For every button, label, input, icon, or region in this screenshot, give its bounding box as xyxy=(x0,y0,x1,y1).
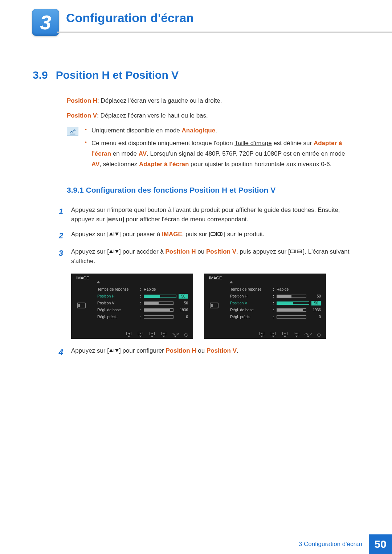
step-2: 2 Appuyez sur [] pour passer à IMAGE, pu… xyxy=(54,230,353,242)
osd-row: Position H : 50 xyxy=(97,293,188,300)
position-v-label: Position V xyxy=(67,112,97,119)
osd-row-label: Régl. de base xyxy=(97,308,140,312)
svg-rect-1 xyxy=(114,232,114,236)
source-enter-icon xyxy=(290,247,303,257)
osd-panel-left: IMAGE Temps de réponse : Rapide Position… xyxy=(71,274,193,339)
step-3: 3 Appuyez sur [] pour accéder à Position… xyxy=(54,247,353,266)
link-taille-image[interactable]: Taille d'image xyxy=(234,140,271,147)
note-icon xyxy=(67,127,78,136)
note-list: Uniquement disponible en mode Analogique… xyxy=(85,126,353,172)
position-v-text: : Déplacez l'écran vers le haut ou le ba… xyxy=(97,112,208,119)
osd-row-label: Position V xyxy=(230,301,273,305)
osd-row-label: Position V xyxy=(97,301,140,305)
osd-up-arrow-icon xyxy=(97,281,100,283)
osd-row: Position H : 50 xyxy=(230,293,321,300)
osd-row-value: Rapide xyxy=(277,287,289,291)
osd-row-value: Rapide xyxy=(144,287,156,291)
svg-rect-9 xyxy=(290,250,295,253)
osd-power-icon xyxy=(184,333,188,337)
up-down-icon xyxy=(109,346,119,356)
chapter-title: Configuration d'écran xyxy=(66,11,392,25)
osd-row-label: Régl. précis xyxy=(97,315,140,319)
osd-row: Régl. précis : 0 xyxy=(230,313,321,320)
position-h-text: : Déplacez l'écran vers la gauche ou la … xyxy=(97,97,222,104)
step-1: 1 Appuyez sur n'importe quel bouton à l'… xyxy=(54,205,353,225)
osd-bottom-bar: ◂ − + ↵ AUTO xyxy=(71,331,193,339)
osd-row: Temps de réponse : Rapide xyxy=(97,286,188,293)
osd-row: Temps de réponse : Rapide xyxy=(230,286,321,293)
osd-slider xyxy=(277,315,306,319)
osd-back-icon: ◂ xyxy=(126,332,131,337)
steps-list: 1 Appuyez sur n'importe quel bouton à l'… xyxy=(54,205,353,266)
svg-marker-8 xyxy=(115,250,119,253)
footer-page-number: 50 xyxy=(369,534,392,554)
svg-marker-12 xyxy=(109,349,113,352)
note-block: Uniquement disponible en mode Analogique… xyxy=(67,126,353,172)
chapter-title-bar: Configuration d'écran xyxy=(57,11,392,33)
osd-row-value: 1936 xyxy=(176,308,188,312)
osd-screenshots: IMAGE Temps de réponse : Rapide Position… xyxy=(71,274,353,339)
section-number: 3.9 xyxy=(33,69,48,81)
position-v-desc: Position V: Déplacez l'écran vers le hau… xyxy=(67,111,353,120)
up-down-icon xyxy=(109,230,119,239)
intro-block: Position H: Déplacez l'écran vers la gau… xyxy=(67,96,353,120)
osd-row-label: Temps de réponse xyxy=(230,287,273,291)
svg-rect-4 xyxy=(216,232,217,236)
osd-up-arrow-icon xyxy=(229,281,233,283)
osd-menu-icon xyxy=(210,303,219,308)
osd-slider xyxy=(277,301,309,305)
osd-slider xyxy=(277,295,306,298)
svg-marker-14 xyxy=(115,349,119,352)
step-number: 4 xyxy=(54,346,63,358)
osd-row: Régl. de base : 1936 xyxy=(230,307,321,313)
osd-panel-right: IMAGE Temps de réponse : Rapide Position… xyxy=(204,274,326,339)
step-number: 2 xyxy=(54,230,63,242)
osd-row-label: Temps de réponse xyxy=(97,287,140,291)
page-footer: 3 Configuration d'écran 50 xyxy=(0,534,392,554)
osd-row-value: 50 xyxy=(176,301,188,305)
menu-key-label: MENU xyxy=(108,217,122,222)
chapter-number-tab: 3 xyxy=(32,9,59,36)
position-h-label: Position H xyxy=(67,97,97,104)
step-number: 1 xyxy=(54,205,63,225)
osd-header: IMAGE xyxy=(209,276,222,280)
note-item-2: Ce menu est disponible uniquement lorsqu… xyxy=(85,138,353,170)
osd-slider xyxy=(277,308,306,312)
position-h-desc: Position H: Déplacez l'écran vers la gau… xyxy=(67,96,353,106)
subsection-title: 3.9.1 Configuration des fonctions Positi… xyxy=(67,186,353,194)
chapter-number: 3 xyxy=(40,11,51,34)
osd-enter-icon: ↵ xyxy=(161,332,166,337)
osd-row-value: 1936 xyxy=(309,308,321,312)
osd-plus-icon: + xyxy=(150,332,155,337)
osd-slider xyxy=(144,308,173,312)
source-enter-icon xyxy=(211,230,224,239)
osd-slider xyxy=(144,295,176,298)
osd-plus-icon: + xyxy=(282,332,287,337)
osd-enter-icon: ↵ xyxy=(294,332,299,337)
osd-row: Position V : 50 xyxy=(230,300,321,307)
osd-row-value: 50 xyxy=(311,301,321,305)
osd-power-icon xyxy=(317,333,321,337)
osd-row-label: Position H xyxy=(97,294,140,298)
svg-marker-0 xyxy=(109,232,113,235)
osd-bottom-bar: ◂ − + ↵ AUTO xyxy=(204,331,326,339)
osd-slider xyxy=(144,315,173,319)
svg-rect-10 xyxy=(295,250,296,253)
svg-rect-13 xyxy=(114,349,114,352)
osd-header: IMAGE xyxy=(76,276,89,280)
osd-auto-label: AUTO xyxy=(173,332,178,337)
osd-back-icon: ◂ xyxy=(259,332,264,337)
osd-minus-icon: − xyxy=(271,332,276,337)
osd-minus-icon: − xyxy=(138,332,143,337)
osd-slider xyxy=(144,301,173,305)
osd-row-value: 0 xyxy=(309,315,321,319)
section-title: Position H et Position V xyxy=(56,69,179,81)
svg-rect-3 xyxy=(211,233,215,235)
osd-auto-label: AUTO xyxy=(306,332,311,337)
osd-row: Régl. précis : 0 xyxy=(97,313,188,320)
step-number: 3 xyxy=(54,247,63,266)
step-4: 4 Appuyez sur [] pour configurer Positio… xyxy=(54,346,353,358)
up-down-icon xyxy=(109,247,119,257)
footer-chapter-label: 3 Configuration d'écran xyxy=(292,534,369,554)
osd-row-label: Régl. précis xyxy=(230,315,273,319)
